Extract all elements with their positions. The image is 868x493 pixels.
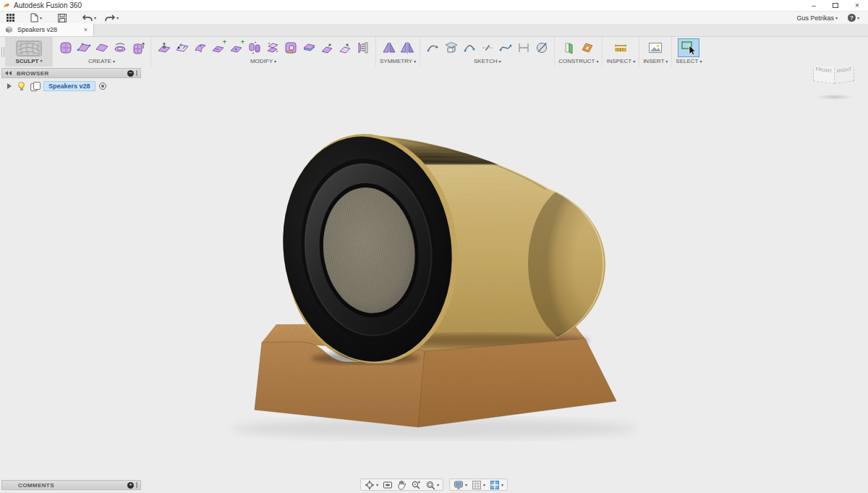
activate-component-icon[interactable] (99, 83, 106, 90)
insert-edge-icon[interactable]: + (209, 39, 227, 56)
grid-icon (7, 14, 14, 22)
orbit-button[interactable]: ▾ (362, 479, 380, 490)
uncrease-icon[interactable] (336, 39, 354, 56)
break-icon[interactable] (478, 39, 496, 56)
modify-label[interactable]: MODIFY (250, 58, 273, 64)
browser-item-label[interactable]: Speakers v28 (43, 81, 95, 91)
select-caret: ▾ (699, 59, 702, 64)
attached-canvas-icon[interactable] (647, 39, 665, 56)
select-label[interactable]: SELECT (676, 58, 698, 64)
look-at-button[interactable] (380, 479, 395, 490)
browser-minimize-icon[interactable]: − (127, 70, 134, 77)
construct-label[interactable]: CONSTRUCT (558, 58, 595, 64)
sketch-label[interactable]: SKETCH (474, 58, 497, 64)
viewcube-front-face[interactable]: FRONT (813, 67, 835, 84)
crease-icon[interactable] (318, 39, 336, 56)
toolbar-section-construct: CONSTRUCT▾ (555, 37, 603, 67)
project-to-surface-icon[interactable] (442, 39, 460, 56)
document-tab-bar: Speakers v28 × (0, 24, 868, 37)
comments-resize-nub[interactable] (136, 482, 137, 488)
help-icon: ? (848, 14, 856, 22)
browser-panel: BROWSER − Speakers v28 (1, 68, 141, 92)
mirror-duplicate-icon[interactable] (398, 39, 416, 56)
tspline-revolve-icon[interactable] (111, 39, 129, 56)
toolbar-section-sketch: SKETCH▾ (420, 37, 555, 67)
symmetry-caret: ▾ (414, 59, 416, 64)
viewcube-right-face[interactable]: RIGHT (835, 67, 854, 84)
viewports-button[interactable]: ▾ (488, 479, 506, 490)
display-settings-button[interactable]: ▾ (451, 479, 469, 490)
bend-face-icon[interactable] (191, 39, 209, 56)
toolbar-section-create: CREATE▾ (53, 37, 151, 67)
document-tab[interactable]: Speakers v28 × (0, 23, 94, 36)
visibility-bulb-icon[interactable] (18, 82, 25, 90)
unweld-icon[interactable] (263, 39, 281, 56)
offset-plane-icon[interactable] (561, 39, 579, 56)
measure-icon[interactable] (612, 39, 630, 56)
document-tab-title: Speakers v28 (17, 26, 82, 33)
undo-icon (82, 14, 93, 22)
symmetry-label[interactable]: SYMMETRY (380, 58, 412, 64)
dimension-icon[interactable] (514, 39, 532, 56)
mirror-internal-icon[interactable] (380, 39, 398, 56)
user-menu[interactable]: Gus Petrikas ▾ (796, 14, 838, 22)
tab-close-button[interactable]: × (82, 26, 89, 33)
edit-form-points-icon[interactable] (173, 39, 191, 56)
comments-panel: COMMENTS + (1, 480, 141, 490)
save-button[interactable] (56, 12, 69, 23)
thicken-icon[interactable] (299, 39, 318, 56)
close-button[interactable]: × (846, 0, 868, 11)
viewports-caret: ▾ (501, 483, 503, 487)
toolbar-section-insert: INSERT▾ (639, 37, 672, 67)
browser-root-item[interactable]: Speakers v28 (1, 80, 141, 92)
zoom-window-icon (425, 480, 435, 490)
cork-base-front-right[interactable] (418, 339, 616, 427)
tspline-plane-icon[interactable] (75, 39, 93, 56)
edit-form-icon[interactable] (155, 39, 173, 56)
tspline-box-icon[interactable] (56, 39, 75, 56)
merge-edge-icon[interactable] (245, 39, 263, 56)
bridge-icon[interactable] (354, 39, 372, 56)
plane-at-angle-icon[interactable] (579, 39, 597, 56)
restore-button[interactable] (825, 0, 846, 11)
quick-access-toolbar: ▾ ▾ ▾ Gus Petrikas ▾ ? ▾ (0, 12, 868, 24)
fit-curve-icon[interactable] (424, 39, 442, 56)
sketch-caret: ▾ (498, 59, 501, 64)
comments-header[interactable]: COMMENTS + (1, 480, 141, 490)
circle-diameter-icon[interactable] (532, 39, 550, 56)
grid-display-button[interactable]: ▾ (469, 479, 488, 490)
collapse-panel-icon[interactable] (5, 71, 12, 75)
zoom-button[interactable] (409, 479, 423, 490)
inspect-label[interactable]: INSPECT (606, 58, 631, 64)
file-menu-button[interactable]: ▾ (28, 12, 44, 23)
look-at-icon (383, 480, 393, 490)
undo-button[interactable]: ▾ (80, 12, 98, 23)
create-label[interactable]: CREATE (88, 58, 111, 64)
arc-icon[interactable] (460, 39, 478, 56)
minimize-button[interactable]: – (803, 0, 825, 11)
toolbar-section-select: SELECT▾ (672, 37, 705, 67)
redo-button[interactable]: ▾ (103, 12, 121, 23)
tspline-extrude-icon[interactable] (129, 39, 147, 56)
view-cube[interactable]: FRONT RIGHT (809, 67, 861, 103)
insert-label[interactable]: INSERT (643, 58, 664, 64)
app-grid-button[interactable] (4, 12, 17, 23)
expand-arrow-icon[interactable] (7, 83, 12, 89)
window-select-button[interactable] (678, 38, 699, 57)
help-menu[interactable]: ? ▾ (848, 14, 859, 22)
orbit-caret: ▾ (376, 483, 378, 487)
fill-hole-icon[interactable] (281, 39, 299, 56)
insert-point-icon[interactable]: + (227, 39, 245, 56)
comments-expand-icon[interactable]: + (127, 482, 134, 489)
tspline-face-icon[interactable] (93, 39, 111, 56)
browser-resize-nub[interactable] (136, 70, 137, 76)
toolbar-drag-handle[interactable] (0, 37, 5, 67)
spline-icon[interactable] (496, 39, 514, 56)
speaker-model[interactable] (0, 67, 868, 493)
sculpt-workspace-dropdown[interactable]: SCULPT▾ (5, 37, 53, 67)
viewport-canvas[interactable]: FRONT RIGHT BROWSER − Speakers v28 (0, 67, 868, 493)
zoom-window-button[interactable]: ▾ (423, 479, 441, 490)
pan-button[interactable] (395, 479, 409, 490)
restore-icon (833, 3, 838, 8)
browser-header[interactable]: BROWSER − (1, 68, 141, 78)
